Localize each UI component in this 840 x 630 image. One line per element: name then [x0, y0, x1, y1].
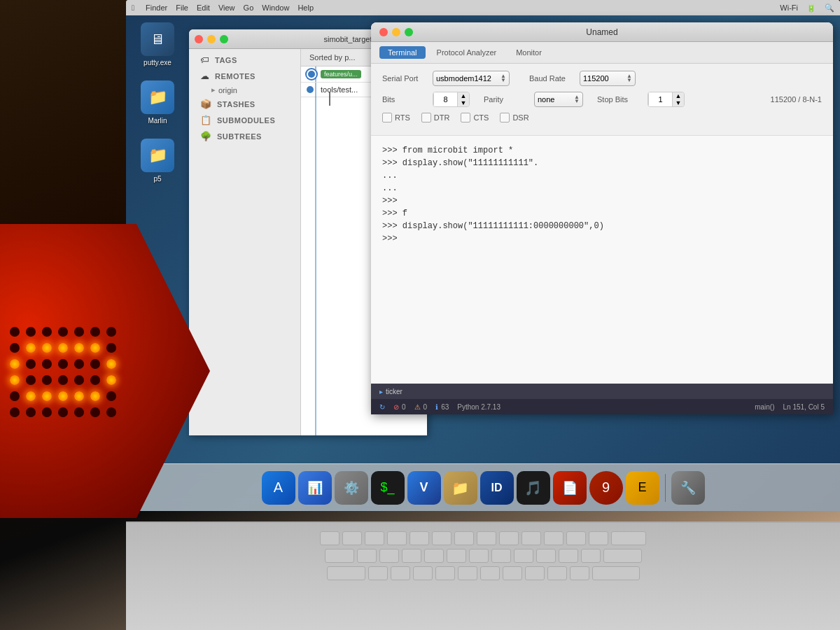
tab-protocol-analyzer[interactable]: Protocol Analyzer	[428, 46, 505, 59]
dock-separator	[665, 474, 666, 502]
dock-acrobat[interactable]: 📄	[553, 471, 587, 505]
sidebar-item-stashes[interactable]: 📦 STASHES	[189, 96, 300, 112]
submodules-icon: 📋	[200, 115, 211, 125]
bits-stepper-btn[interactable]: ▲ ▼	[458, 92, 469, 106]
subtrees-icon: 🌳	[200, 131, 211, 141]
parity-label: Parity	[484, 95, 526, 104]
terminal-line-1: >>> from microbit import *	[382, 144, 822, 157]
led	[10, 391, 20, 401]
dsr-checkbox-item[interactable]: DSR	[500, 113, 528, 122]
bits-label: Bits	[382, 95, 424, 104]
dock-keynote[interactable]: 📊	[298, 471, 332, 505]
led	[106, 327, 116, 337]
led	[106, 391, 116, 401]
dock-app9[interactable]: 9	[589, 471, 623, 505]
reconnect-icon[interactable]: ↻	[379, 403, 385, 411]
cts-checkbox[interactable]	[461, 113, 470, 122]
sidebar-item-subtrees[interactable]: 🌳 SUBTREES	[189, 128, 300, 144]
serial-minimize-button[interactable]	[392, 28, 400, 36]
led	[74, 407, 84, 417]
desktop-icon-p5[interactable]: 📁 p5	[133, 139, 182, 183]
control-row-2: Bits 8 ▲ ▼ Parity none ▲	[382, 92, 822, 107]
parity-value: none	[538, 95, 554, 104]
dtr-checkbox-item[interactable]: DTR	[421, 113, 450, 122]
serial-port-value: usbmodem1412	[436, 74, 491, 83]
tab-monitor[interactable]: Monitor	[507, 46, 550, 59]
led-on	[58, 343, 68, 353]
tags-icon: 🏷	[200, 55, 209, 65]
serial-close-button[interactable]	[379, 28, 388, 36]
parity-select[interactable]: none ▲ ▼	[534, 92, 583, 107]
position-label: Ln 151, Col 5	[783, 403, 825, 411]
p5-label: p5	[153, 175, 161, 183]
dock-vscode[interactable]: V	[407, 471, 441, 505]
sidebar-item-origin[interactable]: ▸ origin	[189, 84, 300, 96]
subtrees-label: SUBTREES	[217, 132, 262, 141]
remotes-icon: ☁	[200, 71, 209, 81]
tab-terminal[interactable]: Terminal	[379, 46, 426, 59]
mac-menubar:  Finder File Edit View Go Window Help W…	[126, 0, 840, 15]
led	[26, 375, 36, 385]
serial-maximize-button[interactable]	[405, 28, 413, 36]
hex-board-container	[0, 224, 266, 574]
sidebar-item-submodules[interactable]: 📋 SUBMODULES	[189, 112, 300, 128]
dsr-checkbox[interactable]	[500, 113, 510, 122]
sourcetree-sidebar: 🏷 TAGS ☁ REMOTES ▸ origin 📦	[189, 49, 300, 147]
dock-screwdriver[interactable]: 🔧	[671, 471, 705, 505]
desktop-icons: 🖥 putty.exe 📁 Marlin 📁 p5	[133, 22, 182, 183]
desktop-icon-putty[interactable]: 🖥 putty.exe	[133, 22, 182, 66]
rts-checkbox[interactable]	[382, 113, 392, 122]
terminal-line-6: >>> f	[382, 207, 822, 220]
led	[10, 407, 20, 417]
features-branch-tag: features/u...	[321, 70, 361, 78]
dock-terminal[interactable]: $_	[371, 471, 405, 505]
baud-rate-arrow: ▲ ▼	[626, 74, 632, 83]
bits-stepper[interactable]: 8 ▲ ▼	[433, 92, 470, 107]
led	[10, 327, 20, 337]
led	[58, 327, 68, 337]
dock-system-prefs[interactable]: ⚙️	[335, 471, 368, 505]
stashes-label: STASHES	[217, 100, 255, 108]
stop-bits-stepper-btn[interactable]: ▲ ▼	[673, 92, 684, 106]
dock-app-store[interactable]: A	[262, 471, 295, 505]
rts-checkbox-item[interactable]: RTS	[382, 113, 410, 122]
dock-folder[interactable]: 📁	[444, 471, 477, 505]
serial-titlebar: Unamed	[371, 22, 833, 42]
led	[58, 359, 68, 369]
dtr-checkbox[interactable]	[421, 113, 431, 122]
led-grid	[10, 327, 119, 420]
minimize-button[interactable]	[207, 35, 216, 43]
led-on	[10, 359, 20, 369]
sidebar-item-tags[interactable]: 🏷 TAGS	[189, 52, 300, 68]
putty-label: putty.exe	[144, 59, 172, 66]
dock-bankid[interactable]: ID	[480, 471, 514, 505]
stop-bits-stepper[interactable]: 1 ▲ ▼	[648, 92, 685, 107]
bits-value: 8	[433, 92, 458, 106]
led	[90, 359, 100, 369]
serial-tabs: Terminal Protocol Analyzer Monitor	[371, 42, 833, 64]
terminal-line-5: >>>	[382, 195, 822, 207]
remotes-label: REMOTES	[215, 72, 255, 80]
maximize-button[interactable]	[220, 35, 228, 43]
desktop-icon-marlin[interactable]: 📁 Marlin	[133, 80, 182, 125]
submodules-label: SUBMODULES	[217, 116, 275, 125]
led	[58, 407, 68, 417]
terminal-output[interactable]: >>> from microbit import * >>> display.s…	[371, 136, 833, 384]
baud-rate-select[interactable]: 115200 ▲ ▼	[580, 71, 636, 86]
control-row-1: Serial Port usbmodem1412 ▲ ▼ Baud Rate 1…	[382, 71, 822, 86]
dock-app10[interactable]: E	[626, 471, 659, 505]
close-button[interactable]	[195, 35, 203, 43]
info-count: 63	[441, 403, 449, 411]
sidebar-item-remotes[interactable]: ☁ REMOTES	[189, 68, 300, 84]
led	[42, 359, 52, 369]
led-on	[26, 391, 36, 401]
led	[42, 327, 52, 337]
putty-icon: 🖥	[141, 22, 174, 56]
serial-content: Terminal Protocol Analyzer Monitor Seria…	[371, 42, 833, 414]
led	[42, 375, 52, 385]
cts-checkbox-item[interactable]: CTS	[461, 113, 489, 122]
dock-spotify[interactable]: 🎵	[517, 471, 550, 505]
terminal-line-3: ...	[382, 169, 822, 182]
led-on	[74, 391, 84, 401]
serial-port-select[interactable]: usbmodem1412 ▲ ▼	[433, 71, 510, 86]
